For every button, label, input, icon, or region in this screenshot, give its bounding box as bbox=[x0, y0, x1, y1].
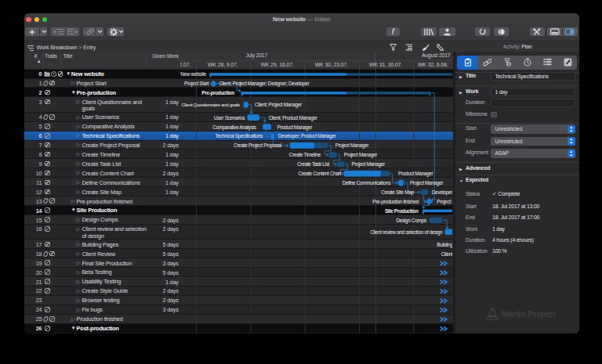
svg-text:Create Content Chart: Create Content Chart bbox=[298, 171, 341, 176]
svg-text:Developer; Product Manager: Developer; Product Manager bbox=[431, 189, 452, 196]
svg-text:New website: New website bbox=[180, 71, 207, 77]
svg-text:Create Timeline: Create Timeline bbox=[288, 152, 321, 157]
svg-text:Client; Project Manager; Desig: Client; Project Manager; Designer; Devel… bbox=[219, 81, 310, 87]
svg-text:Project Manager: Project Manager bbox=[343, 152, 377, 158]
svg-text:Pre-production: Pre-production bbox=[201, 90, 234, 96]
svg-text:Design Comps: Design Comps bbox=[396, 217, 426, 223]
svg-text:Project Manager: Project Manager bbox=[409, 180, 443, 186]
svg-text:Create Site Map: Create Site Map bbox=[381, 189, 414, 196]
svg-text:Product Manager: Product Manager bbox=[277, 124, 313, 130]
svg-text:Product Manager: Product Manager bbox=[398, 171, 434, 177]
svg-text:Client review and selection of: Client review and selection of design bbox=[370, 229, 443, 235]
svg-text:Client; Product Manager: Client; Product Manager bbox=[268, 114, 317, 121]
svg-text:Project Manager: Project Manager bbox=[335, 142, 368, 149]
svg-text:Building Pages: Building Pages bbox=[437, 242, 453, 248]
svg-text:Comparative Analysis: Comparative Analysis bbox=[212, 124, 256, 130]
svg-text:Project Start: Project Start bbox=[184, 81, 209, 87]
svg-text:Site Production: Site Production bbox=[384, 207, 418, 213]
svg-text:Create Project Proposal: Create Project Proposal bbox=[234, 142, 281, 149]
svg-text:Client Review: Client Review bbox=[441, 251, 452, 257]
svg-text:Project Manager: Project Manager bbox=[351, 161, 385, 168]
svg-text:Define Communications: Define Communications bbox=[342, 180, 390, 186]
svg-text:Client; Project Manager: Client; Project Manager bbox=[255, 102, 303, 108]
svg-text:Pre-production finished: Pre-production finished bbox=[372, 199, 419, 205]
svg-text:Developer; Product Manager: Developer; Product Manager bbox=[277, 133, 336, 139]
svg-text:Technical Specifications: Technical Specifications bbox=[215, 133, 263, 139]
svg-text:Project Manager: Project Manager bbox=[437, 199, 453, 205]
svg-text:Create Task List: Create Task List bbox=[297, 161, 329, 167]
svg-text:Client Questionnaire and goals: Client Questionnaire and goals bbox=[181, 102, 239, 107]
svg-text:User Scenarios: User Scenarios bbox=[214, 114, 245, 120]
